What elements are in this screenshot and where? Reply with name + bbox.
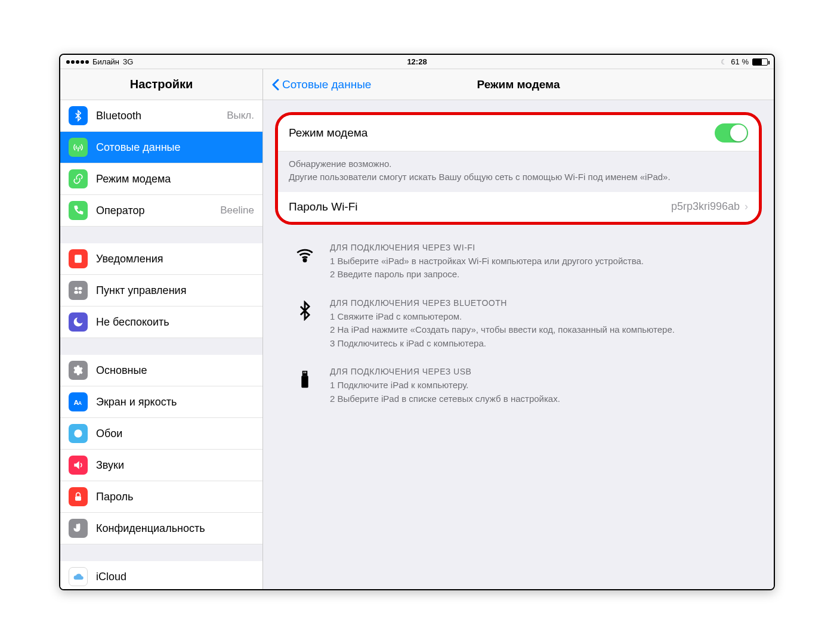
instruction-step: 1 Свяжите iPad с компьютером. bbox=[330, 310, 675, 324]
status-time: 12:28 bbox=[407, 57, 427, 66]
sidebar-item-label: Режим модема bbox=[96, 173, 171, 185]
bluetooth-instructions: ДЛЯ ПОДКЛЮЧЕНИЯ ЧЕРЕЗ BLUETOOTH 1 Свяжит… bbox=[275, 292, 762, 361]
svg-point-2 bbox=[79, 291, 82, 294]
hand-icon bbox=[69, 519, 88, 538]
connection-instructions: ДЛЯ ПОДКЛЮЧЕНИЯ ЧЕРЕЗ WI-FI 1 Выберите «… bbox=[275, 237, 762, 417]
wifi-instructions: ДЛЯ ПОДКЛЮЧЕНИЯ ЧЕРЕЗ WI-FI 1 Выберите «… bbox=[275, 237, 762, 292]
speaker-icon bbox=[69, 456, 88, 475]
sidebar-item-dnd[interactable]: Не беспокоить bbox=[60, 306, 262, 338]
sidebar-item-label: Звуки bbox=[96, 459, 124, 472]
sidebar-item-icloud[interactable]: iCloud bbox=[60, 561, 262, 589]
svg-rect-14 bbox=[301, 376, 308, 388]
sidebar-item-label: Обои bbox=[96, 428, 122, 440]
password-label: Пароль Wi-Fi bbox=[289, 200, 358, 213]
instruction-step: 2 Введите пароль при запросе. bbox=[330, 268, 644, 281]
sidebar-item-display[interactable]: AA Экран и яркость bbox=[60, 386, 262, 418]
wifi-icon bbox=[293, 243, 317, 281]
instruction-step: 2 Выберите iPad в списке сетевых служб в… bbox=[330, 392, 560, 406]
instruction-heading: ДЛЯ ПОДКЛЮЧЕНИЯ ЧЕРЕЗ USB bbox=[330, 367, 560, 376]
phone-icon bbox=[69, 201, 88, 220]
svg-point-8 bbox=[74, 429, 82, 437]
instruction-step: 2 На iPad нажмите «Создать пару», чтобы … bbox=[330, 323, 675, 337]
sidebar-item-label: Пункт управления bbox=[96, 284, 186, 297]
hotspot-note: Обнаружение возможно. Другие пользовател… bbox=[278, 151, 759, 192]
sidebar-item-label: Сотовые данные bbox=[96, 141, 181, 154]
sidebar-item-value: Выкл. bbox=[227, 110, 254, 122]
signal-strength-icon bbox=[66, 60, 89, 64]
link-icon bbox=[69, 169, 88, 188]
detail-header: Сотовые данные Режим модема bbox=[263, 69, 774, 100]
sidebar-item-passcode[interactable]: Пароль bbox=[60, 481, 262, 513]
sidebar-item-value: Beeline bbox=[220, 205, 254, 216]
ipad-settings-window: Билайн 3G 12:28 ☾ 61 % Настройки Bluetoo… bbox=[59, 54, 775, 590]
notifications-icon bbox=[69, 249, 88, 268]
svg-text:A: A bbox=[78, 400, 82, 406]
sidebar-item-label: Не беспокоить bbox=[96, 316, 169, 329]
sidebar-item-label: Экран и яркость bbox=[96, 396, 177, 408]
lock-icon bbox=[69, 487, 88, 506]
carrier-label: Билайн bbox=[92, 57, 119, 66]
sidebar-item-general[interactable]: Основные bbox=[60, 355, 262, 386]
cloud-icon bbox=[69, 567, 88, 586]
dnd-moon-icon: ☾ bbox=[721, 58, 727, 66]
usb-icon bbox=[293, 367, 317, 405]
svg-point-10 bbox=[304, 259, 306, 261]
antenna-icon bbox=[69, 138, 88, 157]
svg-point-1 bbox=[75, 287, 78, 290]
detail-body[interactable]: Режим модема Обнаружение возможно. Други… bbox=[263, 100, 774, 589]
sidebar-item-wallpaper[interactable]: Обои bbox=[60, 418, 262, 450]
network-type: 3G bbox=[123, 57, 133, 66]
sidebar-item-label: Основные bbox=[96, 364, 147, 377]
moon-icon bbox=[69, 312, 88, 332]
sidebar-item-carrier[interactable]: Оператор Beeline bbox=[60, 195, 262, 227]
sidebar-item-notifications[interactable]: Уведомления bbox=[60, 243, 262, 275]
svg-rect-11 bbox=[302, 371, 308, 376]
svg-rect-12 bbox=[304, 371, 304, 373]
instruction-step: 3 Подключитесь к iPad с компьютера. bbox=[330, 337, 675, 351]
sidebar-item-privacy[interactable]: Конфиденциальность bbox=[60, 513, 262, 544]
wallpaper-icon bbox=[69, 424, 88, 443]
svg-rect-9 bbox=[75, 496, 81, 501]
sidebar-item-cellular[interactable]: Сотовые данные bbox=[60, 132, 262, 163]
sidebar-list[interactable]: Bluetooth Выкл. Сотовые данные Режим м bbox=[60, 100, 262, 589]
usb-instructions: ДЛЯ ПОДКЛЮЧЕНИЯ ЧЕРЕЗ USB 1 Подключите i… bbox=[275, 361, 762, 416]
password-value: p5rp3kri996ab bbox=[671, 200, 740, 213]
control-center-icon bbox=[69, 281, 88, 300]
note-line: Другие пользователи смогут искать Вашу о… bbox=[289, 171, 748, 184]
wifi-password-row[interactable]: Пароль Wi-Fi p5rp3kri996ab › bbox=[278, 192, 759, 222]
status-bar: Билайн 3G 12:28 ☾ 61 % bbox=[60, 55, 774, 69]
settings-sidebar: Настройки Bluetooth Выкл. Сотовы bbox=[60, 69, 263, 589]
status-left: Билайн 3G bbox=[66, 57, 133, 66]
instruction-heading: ДЛЯ ПОДКЛЮЧЕНИЯ ЧЕРЕЗ BLUETOOTH bbox=[330, 298, 675, 308]
sidebar-item-label: Bluetooth bbox=[96, 110, 141, 122]
bluetooth-icon bbox=[293, 298, 317, 351]
svg-rect-3 bbox=[74, 291, 78, 294]
status-right: ☾ 61 % bbox=[721, 57, 768, 66]
sidebar-item-label: Пароль bbox=[96, 491, 133, 503]
gear-icon bbox=[69, 361, 88, 380]
back-button[interactable]: Сотовые данные bbox=[271, 78, 371, 91]
note-line: Обнаружение возможно. bbox=[289, 157, 748, 171]
toggle-label: Режим модема bbox=[289, 126, 367, 140]
instruction-heading: ДЛЯ ПОДКЛЮЧЕНИЯ ЧЕРЕЗ WI-FI bbox=[330, 243, 644, 252]
detail-title: Режим модема bbox=[477, 78, 560, 91]
hotspot-toggle-row[interactable]: Режим модема bbox=[278, 115, 759, 151]
sidebar-title: Настройки bbox=[60, 69, 262, 100]
sidebar-item-label: Уведомления bbox=[96, 253, 163, 265]
sidebar-item-label: Оператор bbox=[96, 205, 144, 217]
sidebar-item-control-center[interactable]: Пункт управления bbox=[60, 275, 262, 306]
bluetooth-icon bbox=[69, 106, 88, 125]
chevron-right-icon: › bbox=[745, 200, 748, 213]
sidebar-item-sounds[interactable]: Звуки bbox=[60, 450, 262, 481]
instruction-step: 1 Выберите «iPad» в настройках Wi-Fi ком… bbox=[330, 255, 644, 268]
sidebar-item-bluetooth[interactable]: Bluetooth Выкл. bbox=[60, 100, 262, 132]
instruction-step: 1 Подключите iPad к компьютеру. bbox=[330, 379, 560, 392]
svg-rect-0 bbox=[75, 255, 82, 262]
battery-percent: 61 % bbox=[731, 57, 749, 66]
detail-pane: Сотовые данные Режим модема Режим модема… bbox=[263, 69, 774, 589]
back-label: Сотовые данные bbox=[282, 78, 371, 91]
highlighted-section: Режим модема Обнаружение возможно. Други… bbox=[275, 112, 762, 225]
sidebar-item-label: Конфиденциальность bbox=[96, 522, 205, 535]
hotspot-switch[interactable] bbox=[715, 123, 748, 143]
sidebar-item-hotspot[interactable]: Режим модема bbox=[60, 163, 262, 195]
